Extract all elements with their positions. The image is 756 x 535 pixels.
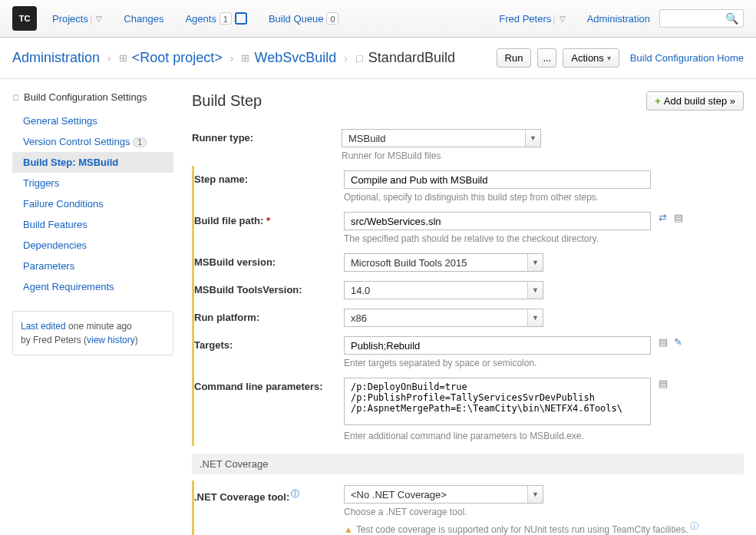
nav-administration[interactable]: Administration — [587, 13, 650, 25]
runner-type-help: Runner for MSBuild files — [342, 150, 744, 161]
targets-input[interactable] — [344, 336, 651, 355]
chevron-right-icon: › — [230, 52, 234, 64]
coverage-warning: ▲Test code coverage is supported only fo… — [344, 520, 744, 535]
sidebar-item-general[interactable]: General Settings — [12, 111, 173, 131]
project-icon: ⊞ — [241, 52, 249, 64]
last-edited-link[interactable]: Last edited — [21, 321, 66, 332]
build-config-icon: ◻ — [355, 52, 364, 64]
run-button[interactable]: Run — [497, 48, 532, 68]
build-file-help: The specified path should be relative to… — [344, 233, 744, 244]
nav-agents[interactable]: Agents1 — [185, 12, 246, 25]
run-options-button[interactable]: ... — [537, 48, 556, 68]
sidebar-item-dependencies[interactable]: Dependencies — [12, 235, 173, 256]
add-build-step-button[interactable]: +Add build step » — [646, 91, 744, 111]
breadcrumb-bar: Administration › ⊞<Root project> › ⊞WebS… — [0, 38, 756, 79]
targets-label: Targets: — [194, 336, 344, 351]
help-icon[interactable]: ⓘ — [690, 521, 698, 530]
plus-icon: + — [655, 95, 661, 107]
caret-down-icon: ▽ — [560, 15, 566, 23]
coverage-tool-select[interactable]: <No .NET Coverage>▼ — [344, 485, 543, 504]
caret-down-icon: ▽ — [96, 15, 102, 23]
nav-user[interactable]: Fred Peters |▽ — [499, 13, 565, 25]
sidebar-list: General Settings Version Control Setting… — [12, 111, 173, 297]
queue-count-badge: 0 — [326, 12, 338, 25]
cmd-params-input[interactable]: /p:DeployOnBuild=true /p:PublishProfile=… — [344, 378, 651, 425]
msbuild-version-select[interactable]: Microsoft Build Tools 2015▼ — [344, 253, 543, 272]
coverage-tool-help: Choose a .NET coverage tool. — [344, 507, 744, 517]
view-history-link[interactable]: view history — [87, 335, 135, 345]
caret-down-icon: ▾ — [607, 54, 611, 62]
breadcrumb-project[interactable]: ⊞WebSvcBuild — [241, 50, 336, 66]
breadcrumb-root-project[interactable]: ⊞<Root project> — [119, 50, 223, 66]
dropdown-arrow-icon: ▼ — [527, 486, 543, 503]
step-name-label: Step name: — [194, 170, 344, 185]
help-icon[interactable]: ⓘ — [291, 489, 299, 498]
coverage-section-header: .NET Coverage — [192, 454, 744, 474]
content: Build Step +Add build step » Runner type… — [192, 91, 744, 535]
teamcity-logo[interactable]: TC — [12, 6, 37, 31]
sidebar-item-agent-req[interactable]: Agent Requirements — [12, 276, 173, 297]
search-icon: 🔍 — [725, 12, 738, 25]
agents-count-badge: 1 — [220, 12, 232, 25]
project-icon: ⊞ — [119, 52, 127, 64]
coverage-tool-label: .NET Coverage tool:ⓘ — [194, 485, 344, 503]
sidebar-item-triggers[interactable]: Triggers — [12, 173, 173, 193]
sidebar: ◻Build Configuration Settings General Se… — [12, 91, 173, 535]
build-config-icon: ◻ — [12, 92, 19, 102]
list-icon[interactable]: ▤ — [659, 336, 669, 347]
sidebar-item-build-step[interactable]: Build Step: MSBuild — [12, 152, 173, 173]
runner-type-label: Runner type: — [192, 129, 342, 144]
page-title: Build Step — [192, 92, 262, 110]
step-name-input[interactable] — [344, 170, 651, 189]
warning-icon: ▲ — [344, 524, 353, 535]
run-platform-label: Run platform: — [194, 309, 344, 323]
nav-build-queue[interactable]: Build Queue0 — [269, 12, 339, 25]
vcs-count-badge: 1 — [133, 137, 147, 147]
sidebar-item-features[interactable]: Build Features — [12, 214, 173, 235]
chevron-right-icon: › — [107, 52, 111, 64]
actions-button[interactable]: Actions▾ — [563, 48, 619, 68]
sidebar-footer: Last edited one minute ago by Fred Peter… — [12, 311, 173, 355]
nav-changes[interactable]: Changes — [124, 13, 163, 25]
sidebar-title: ◻Build Configuration Settings — [12, 91, 173, 103]
breadcrumb-current: ◻StandardBuild — [355, 50, 455, 66]
breadcrumb-administration[interactable]: Administration — [12, 50, 100, 66]
dropdown-arrow-icon: ▼ — [527, 254, 543, 271]
dropdown-arrow-icon: ▼ — [527, 309, 543, 326]
list-icon[interactable]: ▤ — [674, 212, 685, 223]
chevron-right-icon: › — [344, 52, 348, 64]
cmd-params-help: Enter additional command line parameters… — [344, 431, 744, 441]
nav-projects[interactable]: Projects |▽ — [52, 13, 102, 25]
pipe-icon: | — [90, 13, 92, 25]
step-name-help: Optional, specify to distinguish this bu… — [344, 192, 744, 203]
cmd-params-label: Command line parameters: — [194, 378, 344, 392]
tree-picker-icon[interactable]: ⇄ — [659, 212, 669, 223]
msbuild-version-label: MSBuild version: — [194, 253, 344, 268]
tools-version-select[interactable]: 14.0▼ — [344, 281, 543, 299]
runner-type-select[interactable]: MSBuild▼ — [342, 129, 541, 147]
top-navigation: TC Projects |▽ Changes Agents1 Build Que… — [0, 0, 756, 38]
search-input[interactable]: 🔍 — [659, 9, 744, 28]
dropdown-arrow-icon: ▼ — [525, 130, 540, 147]
build-config-home-link[interactable]: Build Configuration Home — [630, 52, 744, 64]
sidebar-item-failure[interactable]: Failure Conditions — [12, 193, 173, 214]
build-file-label: Build file path: * — [194, 212, 344, 226]
dropdown-arrow-icon: ▼ — [527, 282, 543, 299]
wand-icon[interactable]: ✎ — [674, 336, 685, 347]
sidebar-item-vcs[interactable]: Version Control Settings1 — [12, 131, 173, 152]
sidebar-item-parameters[interactable]: Parameters — [12, 256, 173, 276]
pipe-icon: | — [553, 13, 555, 25]
targets-help: Enter targets separated by space or semi… — [344, 358, 744, 368]
build-file-input[interactable] — [344, 212, 651, 230]
run-platform-select[interactable]: x86▼ — [344, 309, 543, 327]
tools-version-label: MSBuild ToolsVersion: — [194, 281, 344, 296]
agent-box-icon — [235, 12, 247, 25]
list-icon[interactable]: ▤ — [659, 378, 669, 388]
